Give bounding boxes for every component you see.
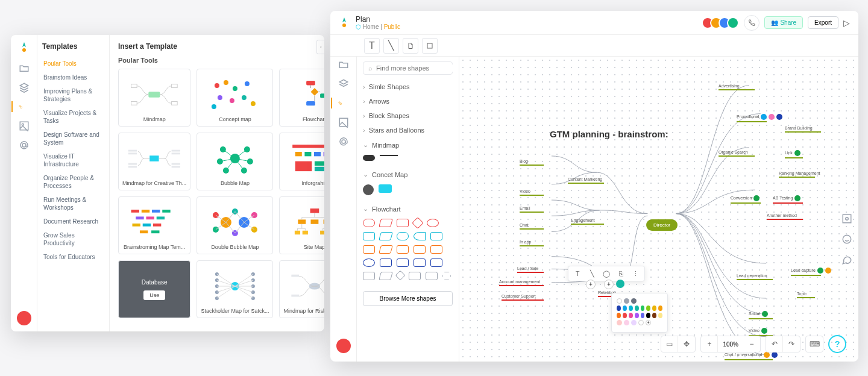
shape-category[interactable]: Stars and Balloons <box>363 123 453 137</box>
text-icon[interactable]: T <box>573 269 582 278</box>
folder-icon[interactable] <box>19 63 30 74</box>
mindmap-branch[interactable]: Link <box>785 150 803 158</box>
mindmap-branch[interactable]: Conversion <box>731 195 761 204</box>
canvas[interactable]: GTM planning - brainstrom: Director <box>459 57 858 362</box>
category-item[interactable]: Organize People & Processes <box>42 171 104 193</box>
category-item[interactable]: Poular Tools <box>42 57 104 70</box>
undo-button[interactable]: ↶ <box>766 336 783 352</box>
shape-swatch[interactable] <box>426 272 438 280</box>
shape-swatch[interactable] <box>379 272 393 280</box>
shape-swatch[interactable] <box>363 258 375 267</box>
mindmap-branch[interactable]: Engagement <box>571 218 604 225</box>
color-icon[interactable]: ◯ <box>602 269 611 278</box>
mindmap-branch[interactable]: Content Marketing <box>568 177 604 184</box>
shapes-icon[interactable] <box>331 98 342 108</box>
shape-swatch[interactable] <box>397 232 409 240</box>
shape-swatch[interactable] <box>363 219 375 227</box>
category-item[interactable]: Visualize IT Infrastructure <box>42 149 104 171</box>
mindmap-branch[interactable]: Chat <box>520 223 544 230</box>
page-tool-icon[interactable] <box>403 38 418 54</box>
mindmap-category[interactable]: Mindmap <box>363 137 453 152</box>
shape-swatch[interactable] <box>397 245 409 254</box>
mindmap-branch[interactable]: Customer Support <box>502 294 544 301</box>
comment-icon[interactable] <box>841 254 852 265</box>
template-card[interactable]: Bubble Map <box>197 133 273 190</box>
category-item[interactable]: Design Software and System <box>42 128 104 149</box>
zoom-out-button[interactable]: − <box>743 336 760 352</box>
flowchart-category[interactable]: Flowchart <box>363 201 453 216</box>
category-item[interactable]: Brainstom Ideas <box>42 70 104 84</box>
image-icon[interactable] <box>19 121 30 131</box>
shape-swatch[interactable] <box>409 272 421 280</box>
shape-swatch[interactable] <box>414 258 426 267</box>
line-icon[interactable]: ╲ <box>588 269 596 278</box>
category-item[interactable]: Visualize Projects & Tasks <box>42 106 104 128</box>
mindmap-branch[interactable]: Brand Building <box>785 126 821 133</box>
template-card[interactable]: DatabaseUse <box>118 260 190 318</box>
shape-category[interactable]: Arrows <box>363 94 453 108</box>
mindmap-branch[interactable]: Email <box>520 206 544 213</box>
redo-button[interactable]: ↷ <box>783 336 800 352</box>
mindmap-branch[interactable]: Chat / onversational <box>725 352 778 360</box>
template-card[interactable]: Mindmap for Risk Identi... <box>279 260 324 318</box>
shape-swatch[interactable] <box>430 258 442 267</box>
shape-swatch[interactable] <box>414 232 426 240</box>
selected-node-dot[interactable] <box>616 280 624 288</box>
use-button[interactable]: Use <box>143 290 165 300</box>
collapse-panel-button[interactable]: ‹ <box>316 40 324 54</box>
shape-category[interactable]: Block Shapes <box>363 108 453 123</box>
mindmap-branch[interactable]: AB Testing <box>773 195 803 204</box>
shape-swatch[interactable] <box>363 232 375 240</box>
shape-swatch[interactable] <box>379 232 393 240</box>
mindmap-branch[interactable]: In app <box>520 240 544 246</box>
browse-more-button[interactable]: Browse More shapes <box>363 291 453 306</box>
mindmap-branch[interactable]: Promotional <box>737 114 782 122</box>
mindmap-branch[interactable]: Advertising <box>719 84 755 90</box>
mindmap-center-node[interactable]: Director <box>646 219 678 231</box>
keyboard-icon[interactable]: ⌨ <box>806 336 823 352</box>
shape-swatch[interactable] <box>397 258 409 267</box>
mindmap-branch[interactable]: Organic Search <box>719 150 755 157</box>
line-tool-icon[interactable]: ╲ <box>383 38 399 54</box>
category-item[interactable]: Run Meetings & Workshops <box>42 193 104 215</box>
mindmap-branch[interactable]: Lead generation <box>737 274 773 280</box>
shape-search-input[interactable] <box>376 64 459 72</box>
call-icon[interactable] <box>744 15 760 31</box>
shape-search[interactable]: ⌕ <box>363 61 453 75</box>
category-item[interactable]: Grow Sales Productivity <box>42 228 104 250</box>
present-icon[interactable]: ▷ <box>843 18 850 28</box>
shapes-icon[interactable] <box>11 101 22 112</box>
shape-swatch[interactable] <box>397 219 409 227</box>
add-node-button[interactable]: + <box>586 280 596 289</box>
shape-swatch[interactable] <box>379 245 393 254</box>
pan-tool-icon[interactable]: ✥ <box>678 336 695 352</box>
image-icon[interactable] <box>338 117 349 128</box>
shape-swatch[interactable] <box>395 271 406 281</box>
export-button[interactable]: Export <box>808 16 838 29</box>
mindmap-branch[interactable]: Ranking Management <box>779 171 820 178</box>
shape-swatch[interactable] <box>363 245 375 254</box>
shape-swatch[interactable] <box>379 219 393 227</box>
at-icon[interactable] <box>338 136 349 147</box>
mindmap-branch[interactable]: Topic <box>797 292 815 298</box>
shape-swatch[interactable] <box>414 245 426 254</box>
mindmap-branch[interactable]: Social <box>749 311 773 319</box>
emoji-icon[interactable] <box>841 234 852 245</box>
shape-swatch[interactable] <box>412 217 424 229</box>
shape-swatch[interactable] <box>442 272 451 280</box>
frame-tool-icon[interactable] <box>422 38 438 54</box>
template-card[interactable]: Brainstroming Map Tem... <box>118 196 190 254</box>
template-card[interactable]: Inforgrahic <box>279 133 324 190</box>
shape-swatch[interactable] <box>430 232 442 240</box>
user-avatar[interactable] <box>17 311 31 325</box>
add-node-button[interactable]: + <box>604 280 614 289</box>
shape-category[interactable]: Simle Shapes <box>363 80 453 94</box>
shape-swatch[interactable] <box>363 272 375 280</box>
template-card[interactable]: Mindmap for Creative Th... <box>118 133 190 190</box>
mindmap-branch[interactable]: Lead capture <box>791 268 831 276</box>
template-card[interactable]: Concept map <box>197 69 273 127</box>
settings-icon[interactable] <box>841 213 852 224</box>
user-avatar[interactable] <box>336 339 351 353</box>
shape-swatch[interactable] <box>427 219 439 227</box>
link-icon[interactable]: ⎘ <box>617 269 625 278</box>
